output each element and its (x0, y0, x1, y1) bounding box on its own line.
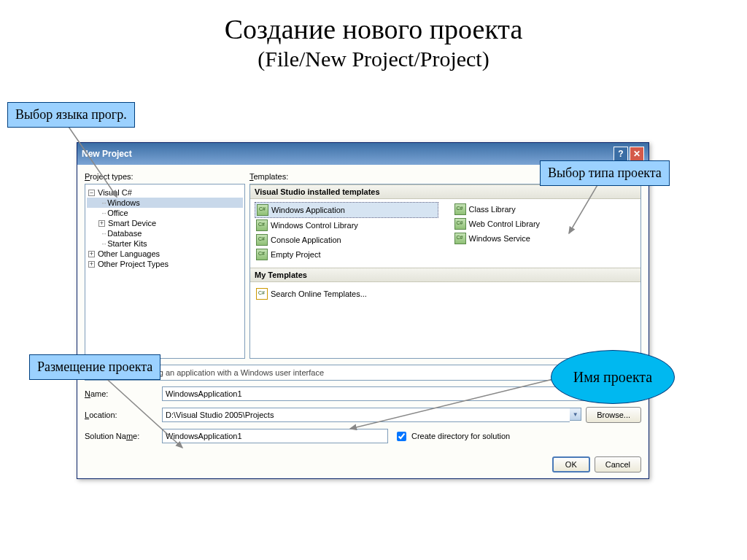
browse-button[interactable]: Browse... (586, 407, 641, 423)
tree-item[interactable]: ··· Starter Kits (87, 238, 243, 249)
expand-icon[interactable]: + (98, 220, 105, 227)
tree-item[interactable]: + Other Project Types (87, 259, 243, 269)
tree-item[interactable]: + Smart Device (87, 218, 243, 228)
template-search-online[interactable]: Search Online Templates... (255, 287, 636, 301)
cancel-button[interactable]: Cancel (595, 456, 641, 472)
tree-item[interactable]: ··· Database (87, 228, 243, 238)
template-label: Windows Service (469, 234, 530, 243)
csharp-icon (257, 204, 268, 216)
tree-label: Other Languages (98, 249, 160, 258)
help-button[interactable]: ? (614, 147, 628, 161)
collapse-icon[interactable]: − (88, 190, 95, 196)
tree-label: Database (107, 229, 142, 238)
dialog-title: New Project (82, 149, 132, 159)
ok-button[interactable]: OK (552, 456, 590, 472)
tree-label: Other Project Types (98, 260, 169, 268)
templates-section-installed: Visual Studio installed templates (250, 184, 640, 199)
new-project-dialog: New Project ? ✕ Project types: − Visual … (77, 142, 649, 479)
tree-item[interactable]: ··· Office (87, 208, 243, 218)
template-label: Empty Project (271, 250, 320, 259)
csharp-icon (256, 234, 268, 246)
tree-item[interactable]: + Other Languages (87, 249, 243, 259)
template-label: Windows Application (271, 206, 345, 214)
project-types-tree[interactable]: − Visual C# ··· Windows ··· Office + (85, 184, 245, 359)
search-icon (256, 288, 268, 300)
solution-name-label: Solution Name: (85, 432, 158, 440)
tree-item-windows[interactable]: ··· Windows (87, 198, 243, 208)
annotation-placement: Размещение проекта (29, 354, 160, 380)
annotation-lang-select: Выбор языка прогр. (7, 102, 135, 128)
tree-label: Office (107, 209, 128, 217)
template-label: Windows Control Library (271, 221, 358, 230)
template-item[interactable]: Windows Control Library (255, 218, 438, 233)
template-item[interactable]: Web Control Library (453, 217, 637, 231)
csharp-icon (454, 218, 466, 230)
slide-title: Создание нового проекта (0, 13, 747, 45)
tree-label: Starter Kits (107, 239, 147, 248)
name-label: Name: (85, 389, 158, 398)
create-dir-label: Create directory for solution (411, 432, 510, 440)
tree-label: Smart Device (108, 219, 156, 228)
csharp-icon (256, 249, 268, 260)
template-label: Console Application (271, 236, 341, 244)
solution-name-input[interactable] (162, 429, 388, 443)
project-types-label: Project types: (85, 172, 245, 181)
csharp-icon (454, 203, 466, 215)
template-item[interactable]: Empty Project (255, 247, 438, 262)
template-label: Web Control Library (469, 219, 541, 228)
close-button[interactable]: ✕ (630, 147, 644, 161)
slide-subtitle: (File/New Project/Project) (0, 47, 747, 71)
template-item[interactable]: Class Library (453, 202, 637, 217)
annotation-project-name-text: Имя проекта (573, 369, 652, 386)
tree-item[interactable]: − Visual C# (87, 187, 243, 198)
location-label: Location: (85, 411, 158, 419)
expand-icon[interactable]: + (88, 261, 95, 268)
template-item-windows-app[interactable]: Windows Application (255, 202, 438, 218)
template-item[interactable]: Windows Service (453, 231, 637, 246)
templates-section-my: My Templates (250, 268, 640, 282)
expand-icon[interactable]: + (88, 251, 95, 257)
tree-label: Visual C# (98, 188, 132, 197)
tree-label: Windows (107, 198, 140, 207)
csharp-icon (454, 233, 466, 244)
annotation-project-name: Имя проекта (551, 350, 675, 404)
csharp-icon (256, 219, 268, 231)
template-label: Class Library (469, 205, 516, 214)
template-item[interactable]: Console Application (255, 233, 438, 247)
annotation-project-type: Выбор типа проекта (540, 160, 670, 186)
location-input[interactable] (162, 408, 570, 422)
template-label: Search Online Templates... (271, 289, 367, 298)
templates-list[interactable]: Visual Studio installed templates Window… (249, 184, 641, 359)
create-dir-checkbox[interactable] (397, 432, 406, 441)
location-dropdown[interactable]: ▼ (570, 408, 581, 421)
